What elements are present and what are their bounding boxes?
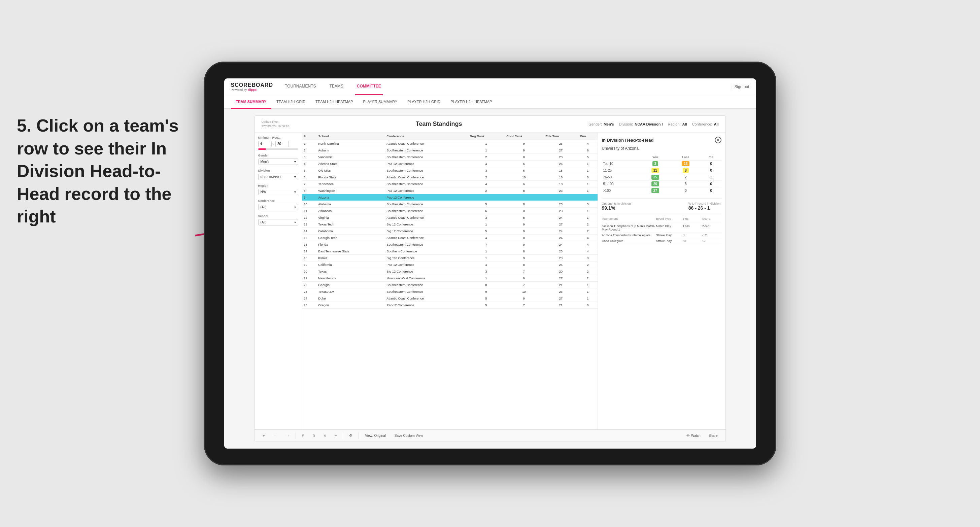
cell-conf-rank: 6 xyxy=(504,160,543,167)
table-row[interactable]: 5 Ole Miss Southeastern Conference 3 6 1… xyxy=(302,167,598,174)
table-row[interactable]: 22 Georgia Southeastern Conference 8 7 2… xyxy=(302,282,598,288)
cell-conf-rank: 9 xyxy=(504,295,543,302)
min-rounds-input[interactable] xyxy=(258,141,272,147)
table-row[interactable]: 11 Arkansas Southeastern Conference 6 8 … xyxy=(302,208,598,214)
rounds-slider[interactable] xyxy=(258,148,298,150)
gender-select[interactable]: Men's ▾ xyxy=(258,159,298,165)
forward-button[interactable]: → xyxy=(283,432,292,439)
h2h-row: >100 27 0 0 xyxy=(602,187,721,194)
cell-conference: Pac-12 Conference xyxy=(385,187,468,194)
cell-rank: 25 xyxy=(302,302,317,309)
filter-region: Region: All xyxy=(668,122,687,126)
cell-win xyxy=(578,194,597,201)
table-row[interactable]: 16 Florida Southeastern Conference 7 9 2… xyxy=(302,241,598,248)
sub-nav-team-h2h-grid[interactable]: TEAM H2H GRID xyxy=(271,95,310,109)
col-rank: # xyxy=(302,133,317,140)
table-row[interactable]: 7 Tennessee Southeastern Conference 4 6 … xyxy=(302,181,598,187)
sub-nav-player-h2h-grid[interactable]: PLAYER H2H GRID xyxy=(402,95,445,109)
h2h-close-button[interactable]: ✕ xyxy=(715,137,721,143)
cell-conf-rank: 9 xyxy=(504,147,543,154)
h2h-row: Top 10 3 13 0 xyxy=(602,160,721,167)
add-button[interactable]: + xyxy=(332,432,340,439)
school-select[interactable]: (All) ▾ xyxy=(258,219,298,225)
tournament-list: Tournament Event Type Pos Score Jackson … xyxy=(602,217,721,244)
sub-nav-player-h2h-heatmap[interactable]: PLAYER H2H HEATMAP xyxy=(445,95,497,109)
table-row[interactable]: 9 Arizona Pac-12 Conference xyxy=(302,194,598,201)
cell-rank: 16 xyxy=(302,241,317,248)
undo-button[interactable]: ↩ xyxy=(260,432,268,439)
h2h-loss-cell: 3 xyxy=(671,181,701,187)
nav-tournaments[interactable]: TOURNAMENTS xyxy=(283,78,317,95)
table-row[interactable]: 21 New Mexico Mountain West Conference 1… xyxy=(302,275,598,282)
cell-conference: Atlantic Coast Conference xyxy=(385,235,468,241)
table-row[interactable]: 1 North Carolina Atlantic Coast Conferen… xyxy=(302,140,598,147)
table-row[interactable]: 8 Washington Pac-12 Conference 2 8 23 1 xyxy=(302,187,598,194)
copy-button[interactable]: ⎘ xyxy=(299,432,307,439)
cell-conference: Big 12 Conference xyxy=(385,221,468,228)
cell-win: 2 xyxy=(578,268,597,275)
table-row[interactable]: 10 Alabama Southeastern Conference 5 8 2… xyxy=(302,201,598,208)
cell-reg-rank: 4 xyxy=(468,181,504,187)
cell-conference: Southeastern Conference xyxy=(385,288,468,295)
sub-nav-player-summary[interactable]: PLAYER SUMMARY xyxy=(358,95,402,109)
sidebar-gender: Gender Men's ▾ xyxy=(258,154,298,165)
cell-rds: 24 xyxy=(543,214,578,221)
view-original-button[interactable]: View: Original xyxy=(362,432,388,439)
cell-rds: 27 xyxy=(543,147,578,154)
cell-school: Arizona State xyxy=(316,160,385,167)
cell-conf-rank: 10 xyxy=(504,174,543,181)
cell-conference: Atlantic Coast Conference xyxy=(385,140,468,147)
conference-select[interactable]: (All) ▾ xyxy=(258,204,298,210)
table-row[interactable]: 23 Texas A&M Southeastern Conference 9 1… xyxy=(302,288,598,295)
cell-reg-rank: 3 xyxy=(468,268,504,275)
delete-button[interactable]: ✕ xyxy=(321,432,329,439)
table-row[interactable]: 4 Arizona State Pac-12 Conference 4 6 26… xyxy=(302,160,598,167)
division-select[interactable]: NCAA Division I ▾ xyxy=(258,174,298,180)
cell-school: Texas xyxy=(316,268,385,275)
max-rounds-input[interactable] xyxy=(275,141,289,147)
table-row[interactable]: 2 Auburn Southeastern Conference 1 9 27 … xyxy=(302,147,598,154)
bottom-bar: ↩ ← → ⎘ ⎙ ✕ + ⏱ View: Original Save Cust xyxy=(255,429,725,441)
nav-committee[interactable]: COMMITTEE xyxy=(355,78,383,95)
cell-conf-rank: 9 xyxy=(504,221,543,228)
cell-rank: 24 xyxy=(302,295,317,302)
cell-school: Arizona xyxy=(316,194,385,201)
table-row[interactable]: 14 Oklahoma Big 12 Conference 5 9 24 2 xyxy=(302,228,598,235)
table-row[interactable]: 6 Florida State Atlantic Coast Conferenc… xyxy=(302,174,598,181)
sub-nav-team-summary[interactable]: TEAM SUMMARY xyxy=(231,95,272,109)
paste-button[interactable]: ⎙ xyxy=(310,432,317,439)
timer-button[interactable]: ⏱ xyxy=(347,432,355,439)
nav-teams[interactable]: TEAMS xyxy=(328,78,345,95)
sub-nav-team-h2h-heatmap[interactable]: TEAM H2H HEATMAP xyxy=(310,95,358,109)
table-row[interactable]: 15 Georgia Tech Atlantic Coast Conferenc… xyxy=(302,235,598,241)
save-custom-view-button[interactable]: Save Custom View xyxy=(392,432,426,439)
region-select[interactable]: N/A ▾ xyxy=(258,189,298,195)
table-row[interactable]: 17 East Tennessee State Southern Confere… xyxy=(302,248,598,255)
cell-reg-rank: 5 xyxy=(468,302,504,309)
table-row[interactable]: 20 Texas Big 12 Conference 3 7 20 2 xyxy=(302,268,598,275)
h2h-range-label: 26-50 xyxy=(602,174,640,181)
cell-rds: 20 xyxy=(543,268,578,275)
h2h-loss-cell: 13 xyxy=(671,160,701,167)
cell-conf-rank: 8 xyxy=(504,201,543,208)
cell-win: 1 xyxy=(578,288,597,295)
sidebar-school: School (All) ▾ xyxy=(258,214,298,225)
table-row[interactable]: 13 Texas Tech Big 12 Conference 1 9 27 2 xyxy=(302,221,598,228)
col-conf-rank: Conf Rank xyxy=(504,133,543,140)
tablet-device: SCOREBOARD Powered by clippd TOURNAMENTS… xyxy=(204,62,776,465)
share-button[interactable]: Share xyxy=(706,432,721,439)
table-row[interactable]: 18 Illinois Big Ten Conference 1 9 23 3 xyxy=(302,255,598,262)
col-conference: Conference xyxy=(385,133,468,140)
table-row[interactable]: 12 Virginia Atlantic Coast Conference 3 … xyxy=(302,214,598,221)
t-name: Cabo Collegiate xyxy=(602,239,656,243)
table-row[interactable]: 19 California Pac-12 Conference 4 8 24 2 xyxy=(302,262,598,268)
watch-button[interactable]: 👁 Watch xyxy=(684,432,703,439)
sign-out-link[interactable]: Sign out xyxy=(734,84,749,89)
sidebar-min-rounds: Minimum Rou... - xyxy=(258,136,298,150)
t-type: Stroke Play xyxy=(656,239,683,243)
table-row[interactable]: 25 Oregon Pac-12 Conference 5 7 21 0 xyxy=(302,302,598,309)
cell-school: New Mexico xyxy=(316,275,385,282)
table-row[interactable]: 3 Vanderbilt Southeastern Conference 2 8… xyxy=(302,154,598,160)
table-row[interactable]: 24 Duke Atlantic Coast Conference 5 9 27… xyxy=(302,295,598,302)
back-button[interactable]: ← xyxy=(271,432,280,439)
